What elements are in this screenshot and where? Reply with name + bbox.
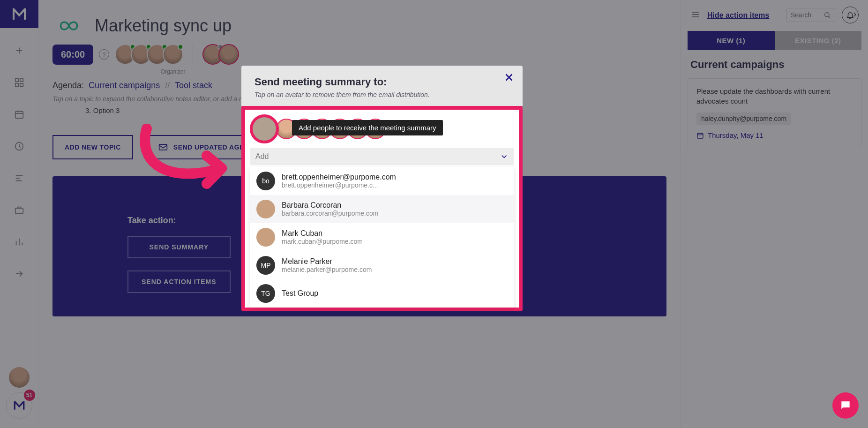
option-avatar: MP xyxy=(256,256,275,275)
option-name: brett.oppenheimer@purpome.com xyxy=(282,173,396,181)
recipient-avatars: Add people to receive the meeting summar… xyxy=(250,114,514,143)
dropdown-option[interactable]: bobrett.oppenheimer@purpome.combrett.opp… xyxy=(250,167,514,195)
option-name: Barbara Corcoran xyxy=(282,201,378,210)
add-input[interactable] xyxy=(255,152,500,161)
option-avatar xyxy=(256,228,275,247)
dropdown-option[interactable]: MPMelanie Parkermelanie.parker@purpome.c… xyxy=(250,251,514,279)
chat-bubble-icon[interactable] xyxy=(832,392,859,419)
dropdown-option[interactable]: Barbara Corcoranbarbara.corcoran@purpome… xyxy=(250,195,514,223)
option-email: barbara.corcoran@purpome.com xyxy=(282,210,378,217)
option-name: Melanie Parker xyxy=(282,257,372,266)
tooltip: Add people to receive the meeting summar… xyxy=(292,120,443,135)
add-recipient-field[interactable] xyxy=(250,148,514,165)
option-avatar xyxy=(256,200,275,218)
chevron-down-icon[interactable] xyxy=(500,152,509,161)
option-email: mark.cuban@purpome.com xyxy=(282,238,363,245)
option-avatar: TG xyxy=(256,284,275,303)
option-name: Mark Cuban xyxy=(282,229,363,238)
callout-arrow xyxy=(128,124,240,205)
dropdown-option[interactable]: TGTest Group xyxy=(250,279,514,308)
option-name: Test Group xyxy=(282,289,318,298)
option-email: melanie.parker@purpome.com xyxy=(282,266,372,273)
recipient-dropdown: bobrett.oppenheimer@purpome.combrett.opp… xyxy=(250,167,514,308)
recipient-avatar-primary[interactable] xyxy=(250,114,279,143)
modal-title: Send meeting summary to: xyxy=(254,76,509,88)
option-avatar: bo xyxy=(256,172,275,190)
dropdown-option[interactable]: Mark Cubanmark.cuban@purpome.com xyxy=(250,223,514,251)
highlighted-area: Add people to receive the meeting summar… xyxy=(241,106,523,311)
option-email: brett.oppenheimer@purpome.c... xyxy=(282,181,396,189)
modal-subtitle: Tap on an avatar to remove them from the… xyxy=(254,91,509,98)
modal-header: Send meeting summary to: Tap on an avata… xyxy=(241,66,523,106)
close-icon[interactable] xyxy=(504,72,514,84)
